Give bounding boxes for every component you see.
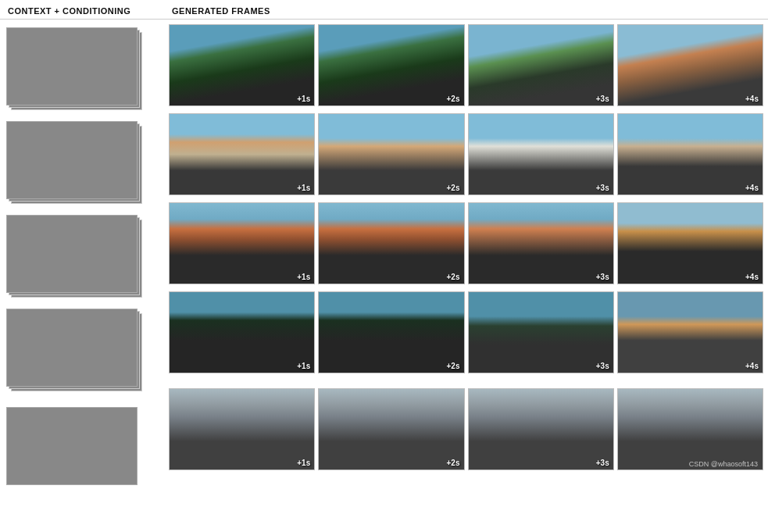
frame-r4f4: +4s [617, 291, 763, 373]
context-stack-row2 [6, 121, 147, 205]
main-content: +1s +2s +3s +4s +1s +2s [0, 20, 768, 495]
watermark-text: CSDN @whaosoft143 [689, 460, 758, 468]
context-img-row5 [6, 407, 138, 485]
time-label-r5f2: +2s [447, 459, 460, 467]
frame-r5f3: +3s [468, 388, 614, 470]
time-label-r3f2: +2s [447, 273, 460, 281]
time-label-r1f2: +2s [447, 95, 460, 103]
frame-r5f2: +2s [318, 388, 464, 470]
frame-r4f2: +2s [318, 291, 464, 373]
time-label-r1f3: +3s [596, 95, 609, 103]
time-label-r1f4: +4s [745, 95, 759, 103]
frame-r2f2: +2s [318, 113, 464, 195]
frame-r1f4: +4s [617, 24, 763, 106]
frame-r1f1: +1s [169, 24, 315, 106]
context-img-row4 [6, 309, 138, 387]
frame-r3f3: +3s [468, 202, 614, 284]
time-label-r4f4: +4s [745, 362, 759, 370]
time-label-r3f3: +3s [596, 273, 609, 281]
context-img-row2 [6, 121, 138, 199]
frame-r3f1: +1s [169, 202, 315, 284]
time-label-r2f2: +2s [447, 184, 460, 192]
time-label-r2f1: +1s [297, 184, 310, 192]
context-column [0, 24, 164, 495]
time-label-r4f3: +3s [596, 362, 609, 370]
time-label-r5f1: +1s [297, 459, 310, 467]
time-label-r5f3: +3s [596, 459, 609, 467]
context-img-row1 [6, 27, 138, 105]
generated-frames-label: GENERATED FRAMES [172, 6, 270, 16]
frame-row-5: +1s +2s +3s CSDN @whaosoft143 [169, 388, 763, 474]
context-stack-row3 [6, 215, 147, 299]
frame-r5f1: +1s [169, 388, 315, 470]
time-label-r2f4: +4s [745, 184, 759, 192]
frame-r2f1: +1s [169, 113, 315, 195]
frame-r5f4: CSDN @whaosoft143 [617, 388, 763, 470]
frame-r3f2: +2s [318, 202, 464, 284]
frame-row-1: +1s +2s +3s +4s [169, 24, 763, 110]
time-label-r4f1: +1s [297, 362, 310, 370]
generated-frames-column: +1s +2s +3s +4s +1s +2s [164, 24, 768, 495]
frame-r1f3: +3s [468, 24, 614, 106]
time-label-r2f3: +3s [596, 184, 609, 192]
frame-row-4: +1s +2s +3s +4s [169, 291, 763, 377]
frame-row-3: +1s +2s +3s +4s [169, 202, 763, 288]
frame-r2f3: +3s [468, 113, 614, 195]
app-container: CONTEXT + CONDITIONING GENERATED FRAMES [0, 0, 768, 495]
time-label-r3f4: +4s [745, 273, 759, 281]
frame-r4f3: +3s [468, 291, 614, 373]
time-label-r4f2: +2s [447, 362, 460, 370]
context-conditioning-label: CONTEXT + CONDITIONING [8, 6, 172, 16]
frame-r1f2: +2s [318, 24, 464, 106]
frame-r4f1: +1s [169, 291, 315, 373]
context-stack-row4 [6, 309, 147, 393]
context-stack-row5 [6, 407, 147, 491]
header: CONTEXT + CONDITIONING GENERATED FRAMES [0, 0, 768, 20]
frame-row-2: +1s +2s +3s +4s [169, 113, 763, 199]
time-label-r1f1: +1s [297, 95, 310, 103]
context-img-row3 [6, 215, 138, 293]
frame-r3f4: +4s [617, 202, 763, 284]
context-stack-row1 [6, 27, 147, 112]
frame-r2f4: +4s [617, 113, 763, 195]
time-label-r3f1: +1s [297, 273, 310, 281]
